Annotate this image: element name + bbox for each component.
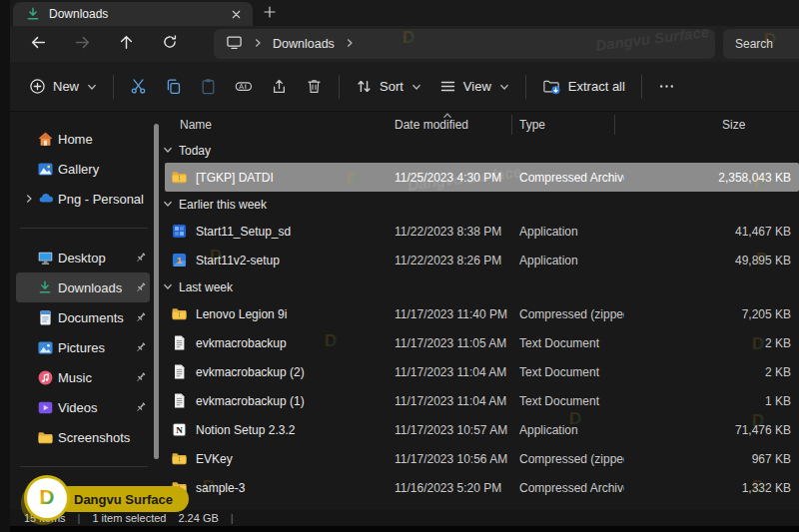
address-bar[interactable]: Downloads xyxy=(214,29,715,59)
file-row-lenovo-legion-9i[interactable]: Lenovo Legion 9i11/17/2023 11:40 PMCompr… xyxy=(165,299,799,328)
cut-button[interactable] xyxy=(121,70,156,104)
chevron-down-icon xyxy=(411,82,421,92)
file-date-modified: 11/22/2023 8:38 PM xyxy=(395,217,501,246)
file-name-cell: Lenovo Legion 9i xyxy=(165,299,396,328)
zip-folder-icon xyxy=(171,169,188,186)
sidebar-separator xyxy=(20,466,148,467)
column-divider[interactable] xyxy=(511,115,512,135)
chevron-down-icon[interactable] xyxy=(163,144,173,158)
watermark-brand: Dangvu Surface xyxy=(56,486,189,512)
arrow-up-icon xyxy=(118,34,135,55)
more-icon xyxy=(658,78,675,95)
chevron-down-icon[interactable] xyxy=(163,198,173,212)
group-header-earlier-this-week[interactable]: Earlier this week xyxy=(160,192,799,217)
file-name: evkmacrobackup xyxy=(196,336,287,350)
sidebar-item-desktop[interactable]: Desktop xyxy=(16,243,150,272)
pin-icon xyxy=(132,280,148,295)
selection-size: 2.24 GB xyxy=(178,512,218,524)
sidebar-item-label: Gallery xyxy=(58,162,150,177)
column-header-date-modified[interactable]: Date modified xyxy=(395,118,468,132)
file-row-sample-3[interactable]: sample-311/16/2023 5:20 PMCompressed Arc… xyxy=(165,473,799,502)
file-row-evkmacrobackup-2[interactable]: evkmacrobackup (2)11/17/2023 11:04 AMTex… xyxy=(165,357,799,386)
sidebar-item-videos[interactable]: Videos xyxy=(16,392,150,422)
sidebar-scrollbar[interactable] xyxy=(154,124,159,459)
close-tab-icon[interactable] xyxy=(227,5,245,23)
new-label: New xyxy=(53,79,79,94)
column-divider[interactable] xyxy=(614,115,615,135)
sidebar-item-png-personal[interactable]: Png - Personal xyxy=(16,184,150,214)
group-label: Today xyxy=(179,144,211,158)
file-list: NameDate modifiedTypeSize Today[TGKP] DA… xyxy=(160,112,799,510)
sidebar-item-home[interactable]: Home xyxy=(16,124,150,154)
copy-button[interactable] xyxy=(156,70,191,104)
folder-icon xyxy=(37,429,58,446)
pin-icon xyxy=(132,310,148,325)
sidebar-item-label: Music xyxy=(58,370,132,385)
sidebar-item-downloads[interactable]: Downloads xyxy=(16,272,150,302)
more-button[interactable] xyxy=(649,70,684,104)
file-size: 2,358,043 KB xyxy=(718,163,791,192)
nav-refresh-button[interactable] xyxy=(148,29,192,59)
search-input[interactable]: Search xyxy=(723,29,799,59)
file-row-evkey[interactable]: EVKey11/17/2023 10:56 AMCompressed (zipp… xyxy=(165,444,799,473)
nav-up-button[interactable] xyxy=(104,29,148,59)
document-icon xyxy=(37,309,58,326)
sidebar-item-label: Home xyxy=(58,132,150,147)
breadcrumb-chevron-icon xyxy=(253,37,263,51)
share-button[interactable] xyxy=(262,70,297,104)
selection-count: 1 item selected xyxy=(92,512,166,524)
new-tab-button[interactable] xyxy=(253,2,287,26)
desktop-icon xyxy=(37,250,58,266)
rename-button[interactable]: A xyxy=(226,70,262,104)
toolbar-separator xyxy=(339,75,340,99)
file-explorer-window: Downloads Downloads Search NewASortViewE… xyxy=(0,0,799,532)
extract-button[interactable]: Extract all xyxy=(533,70,634,104)
chevron-right-icon[interactable] xyxy=(20,194,37,204)
sidebar-item-documents[interactable]: Documents xyxy=(16,302,150,332)
nav-back-button[interactable] xyxy=(16,29,60,59)
tab-downloads[interactable]: Downloads xyxy=(13,2,253,26)
extract-all-icon xyxy=(542,77,561,96)
file-size: 2 KB xyxy=(765,357,791,386)
file-row-start11v2-setup[interactable]: 1Start11v2-setup11/22/2023 8:26 PMApplic… xyxy=(165,246,799,274)
file-row-start11-setup-sd[interactable]: Start11_Setup_sd11/22/2023 8:38 PMApplic… xyxy=(165,217,799,246)
column-header-name[interactable]: Name xyxy=(180,118,212,132)
sidebar-item-gallery[interactable]: Gallery xyxy=(16,154,150,184)
column-header-type[interactable]: Type xyxy=(519,118,545,132)
plus-circle-icon xyxy=(29,78,46,95)
sidebar-item-pictures[interactable]: Pictures xyxy=(16,332,150,362)
group-label: Earlier this week xyxy=(179,198,267,212)
breadcrumb-item-downloads[interactable]: Downloads xyxy=(273,37,335,51)
file-row-notion-setup-2-3-2[interactable]: NNotion Setup 2.3.211/17/2023 10:57 AMAp… xyxy=(165,415,799,444)
start11-app-icon xyxy=(171,223,188,240)
file-row-tgkp-datdi[interactable]: [TGKP] DATDI11/25/2023 4:30 PMCompressed… xyxy=(165,163,799,192)
sidebar-item-screenshots[interactable]: Screenshots xyxy=(16,422,150,452)
refresh-icon xyxy=(162,34,178,54)
file-size: 1,332 KB xyxy=(742,473,791,502)
new-button[interactable]: New xyxy=(20,70,106,104)
paste-icon xyxy=(200,78,217,95)
file-row-evkmacrobackup-1[interactable]: evkmacrobackup (1)11/17/2023 11:04 AMTex… xyxy=(165,386,799,415)
file-date-modified: 11/17/2023 11:05 AM xyxy=(395,328,506,357)
group-header-last-week[interactable]: Last week xyxy=(160,274,799,299)
sidebar-item-music[interactable]: Music xyxy=(16,362,150,392)
cut-icon xyxy=(130,78,147,95)
file-name: sample-3 xyxy=(196,481,245,495)
file-name-cell: sample-3 xyxy=(165,473,396,502)
file-type: Text Document xyxy=(519,386,624,415)
copy-icon xyxy=(165,78,182,95)
navigation-bar: Downloads Search xyxy=(10,26,799,62)
file-row-lenovo-legion-9i[interactable]: Lenovo Legion 9i11/17/2023 11:40 PMFile … xyxy=(165,502,799,510)
file-size: 41,467 KB xyxy=(735,217,791,246)
column-header-size[interactable]: Size xyxy=(722,118,745,132)
text-document-icon xyxy=(171,392,188,409)
file-name: [TGKP] DATDI xyxy=(196,171,274,185)
delete-button[interactable] xyxy=(297,70,332,104)
file-date-modified: 11/25/2023 4:30 PM xyxy=(395,163,501,192)
sidebar-item-label: Screenshots xyxy=(58,430,150,445)
chevron-down-icon[interactable] xyxy=(163,280,173,294)
group-header-today[interactable]: Today xyxy=(160,138,799,163)
sort-button[interactable]: Sort xyxy=(347,70,430,104)
view-button[interactable]: View xyxy=(430,70,518,104)
file-row-evkmacrobackup[interactable]: evkmacrobackup11/17/2023 11:05 AMText Do… xyxy=(165,328,799,357)
